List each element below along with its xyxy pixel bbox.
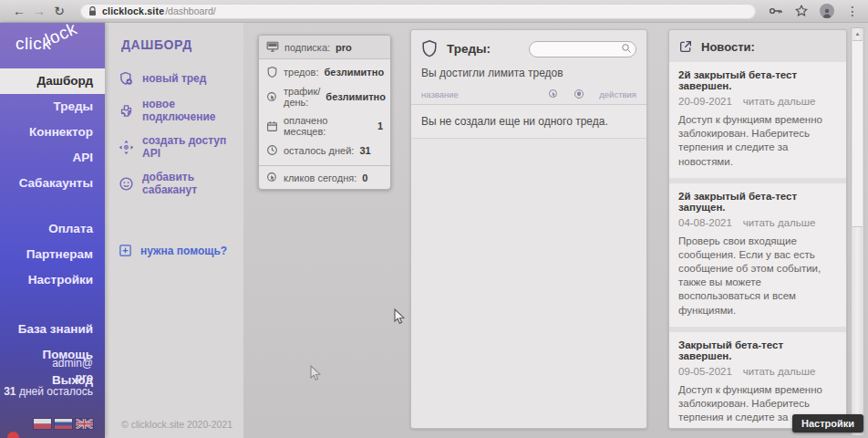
- page-title: ДАШБОРД: [121, 37, 243, 52]
- row-label: тредов:: [284, 67, 318, 78]
- shield-plus-icon: [119, 70, 134, 87]
- news-item-date: 20-09-2021: [678, 96, 732, 107]
- external-link-icon: [678, 39, 693, 54]
- subscription-label: подписка:: [284, 42, 330, 53]
- news-item: 2й закрытый бета-тест завершен. 20-09-20…: [669, 62, 846, 178]
- news-panel: Новости: 2й закрытый бета-тест завершен.…: [668, 29, 847, 429]
- scroll-up-arrow[interactable]: ▲: [852, 31, 863, 36]
- page-body: clicklock Дашборд Треды Коннектор API Са…: [0, 23, 868, 438]
- subscription-row-clicks-today: кликов сегодня: 0: [259, 165, 390, 189]
- action-label: создать доступ API: [142, 134, 238, 160]
- poland-flag[interactable]: [34, 419, 51, 429]
- logo-lock: lock: [43, 18, 81, 50]
- column-name-header: название: [421, 89, 459, 99]
- cursor-click-icon: [266, 91, 278, 103]
- puzzle-icon: [119, 103, 134, 119]
- profile-avatar-icon[interactable]: [820, 4, 834, 18]
- news-item-date: 09-05-2021: [678, 366, 732, 377]
- subscription-row-threads: тредов: безлимитно: [259, 59, 390, 82]
- action-label: новый тред: [142, 72, 206, 85]
- clock-icon: [266, 144, 278, 156]
- sidebar-item-knowledge-base[interactable]: База знаний: [0, 317, 105, 342]
- plus-square-icon: [119, 244, 132, 257]
- news-item-body: Проверь свои входящие сообщения. Если у …: [678, 235, 837, 318]
- read-more-link[interactable]: читать дальше: [743, 217, 816, 228]
- url-domain: clicklock.site: [102, 5, 164, 16]
- row-label: осталось дней:: [284, 145, 354, 156]
- uk-flag[interactable]: [76, 419, 93, 429]
- action-label: добавить сабаканут: [142, 171, 238, 196]
- sidebar-item-payment[interactable]: Оплата: [0, 216, 105, 242]
- action-new-thread[interactable]: новый тред: [105, 65, 243, 92]
- sidebar-item-connector[interactable]: Коннектор: [0, 120, 105, 145]
- sidebar-item-partners[interactable]: Партнерам: [0, 242, 105, 267]
- news-item-title: 2й закрытый бета-тест запущен.: [678, 191, 837, 213]
- mouse-cursor-ghost-icon: [308, 365, 322, 381]
- threads-panel: Треды: Вы достигли лимита тредов названи…: [410, 29, 647, 429]
- search-icon[interactable]: [621, 43, 632, 54]
- shield-icon: [266, 66, 278, 78]
- row-value: 1: [377, 120, 383, 131]
- monitor-icon: [266, 41, 279, 53]
- row-value: 0: [362, 172, 367, 183]
- row-label: трафик/день:: [284, 86, 320, 108]
- subscription-row-days-left: осталось дней: 31: [259, 141, 390, 162]
- days-text: дней осталось: [16, 385, 93, 398]
- subscription-row-traffic: трафик/день: безлимитно: [259, 82, 390, 111]
- sidebar-item-subaccounts[interactable]: Сабакаунты: [0, 171, 105, 196]
- move-arrows-icon: [119, 140, 134, 155]
- language-switcher: [34, 419, 93, 429]
- sidebar-item-threads[interactable]: Треды: [0, 94, 105, 120]
- reload-button[interactable]: ↻: [49, 4, 69, 18]
- threads-table-header: название действия: [411, 86, 646, 105]
- url-path: /dashboard/: [165, 5, 215, 16]
- row-value: безлимитно: [324, 67, 384, 78]
- action-add-subaccount[interactable]: добавить сабаканут: [105, 165, 243, 202]
- account-plan: pro: [4, 371, 93, 386]
- bookmark-star-icon[interactable]: [795, 5, 808, 17]
- forward-button[interactable]: →: [29, 4, 49, 18]
- back-button[interactable]: ←: [9, 4, 29, 18]
- account-email: admin@: [4, 357, 93, 371]
- russia-flag[interactable]: [55, 419, 72, 429]
- copyright-footer: © clicklock.site 2020-2021: [121, 419, 232, 430]
- thread-limit-note: Вы достигли лимита тредов: [411, 65, 646, 86]
- sidebar-item-settings[interactable]: Настройки: [0, 267, 105, 293]
- shield-icon: [421, 39, 438, 57]
- action-label: новое подключение: [142, 98, 238, 123]
- shield-circle-icon: [574, 89, 584, 99]
- action-new-connection[interactable]: новое подключение: [105, 92, 243, 129]
- calendar-icon: [266, 120, 278, 132]
- news-item-date: 04-08-2021: [678, 217, 732, 228]
- clicklock-logo: clicklock: [0, 23, 105, 68]
- sidebar-item-api[interactable]: API: [0, 145, 105, 171]
- days-number: 31: [4, 385, 16, 398]
- row-value: 31: [359, 145, 370, 156]
- news-item-title: 2й закрытый бета-тест завершен.: [678, 69, 837, 91]
- key-icon[interactable]: [769, 5, 783, 16]
- news-item-title: Закрытый бета-тест завершен.: [678, 339, 837, 361]
- smiley-icon: [119, 176, 134, 192]
- mouse-cursor-icon: [392, 308, 406, 325]
- screen: ← → ↻ clicklock.site/dashboard/ ⋮ clickl…: [0, 0, 868, 438]
- row-value: безлимитно: [326, 91, 386, 102]
- padlock-icon: [88, 6, 97, 16]
- read-more-link[interactable]: читать дальше: [743, 96, 816, 107]
- page-scrollbar[interactable]: ▲ ▼: [851, 27, 864, 436]
- row-label: оплачено месяцев:: [284, 115, 372, 137]
- sidebar-item-dashboard[interactable]: Дашборд: [0, 68, 105, 94]
- read-more-link[interactable]: читать дальше: [743, 366, 816, 377]
- scrollbar-thumb[interactable]: [852, 40, 863, 227]
- dashboard-panel: ДАШБОРД новый тред новое подключение соз…: [105, 23, 243, 438]
- address-bar[interactable]: clicklock.site/dashboard/: [80, 4, 756, 19]
- subscription-plan-value: pro: [336, 42, 352, 53]
- help-link[interactable]: нужна помощь?: [105, 238, 243, 263]
- clicks-column-icon: [548, 89, 559, 99]
- action-create-api-access[interactable]: создать доступ API: [105, 129, 243, 165]
- news-item: 2й закрытый бета-тест запущен. 04-08-202…: [669, 183, 846, 327]
- threads-empty-message: Вы не создали еще ни одного треда.: [411, 105, 646, 139]
- settings-overlay-button[interactable]: Настройки: [792, 414, 863, 433]
- cursor-click-icon: [266, 172, 278, 183]
- browser-menu-icon[interactable]: ⋮: [846, 4, 855, 18]
- row-label: кликов сегодня:: [284, 172, 356, 183]
